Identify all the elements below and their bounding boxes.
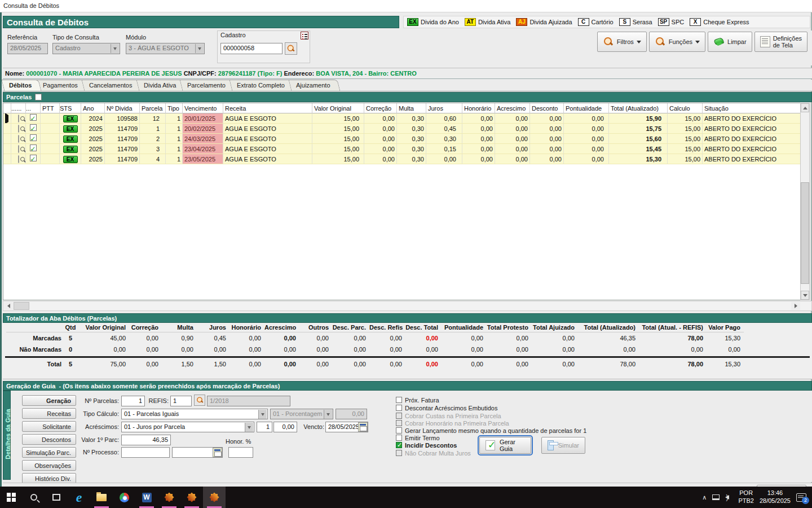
definicoes-tela-button[interactable]: Definiçõesde Tela xyxy=(754,32,807,52)
funcoes-button[interactable]: Funções xyxy=(649,32,705,52)
honor-field[interactable] xyxy=(228,447,253,458)
limpar-button[interactable]: Limpar xyxy=(708,32,752,52)
scrollbar-thumb[interactable] xyxy=(801,182,809,284)
chrome-button[interactable] xyxy=(113,487,135,508)
scrollbar-thumb[interactable] xyxy=(14,302,29,310)
acrescimos-n-field[interactable]: 1 xyxy=(257,422,272,432)
geracao-button[interactable]: Geração xyxy=(22,395,76,406)
start-button[interactable] xyxy=(0,487,23,508)
tipo-consulta-select[interactable]: Cadastro xyxy=(52,43,120,54)
tray-expand-icon[interactable]: ∧ xyxy=(702,494,707,501)
table-row[interactable]: EX 2025 114709 1 1 20/02/2025 AGUA E ESG… xyxy=(3,124,802,134)
scroll-up-icon[interactable] xyxy=(801,103,809,112)
tab-strip: Débitos Pagamentos Cancelamentos Divida … xyxy=(3,80,812,91)
clock[interactable]: 13:4628/05/2025 xyxy=(760,489,791,505)
totalizador-row-nao-marcadas: Não Marcadas 0 0,00 0,00 0,00 0,00 0,00 … xyxy=(3,344,812,355)
table-row[interactable]: EX 2025 114709 4 1 23/05/2025 AGUA E ESG… xyxy=(3,154,802,164)
row-checkbox[interactable] xyxy=(30,124,37,131)
descontos-button[interactable]: Descontos xyxy=(22,434,76,445)
table-row[interactable]: EX 2025 114709 3 1 23/04/2025 AGUA E ESG… xyxy=(3,144,802,154)
table-row[interactable]: EX 2025 114709 2 1 24/03/2025 AGUA E ESG… xyxy=(3,134,802,144)
magnifier-icon[interactable] xyxy=(18,115,19,122)
parcelas-select-all-checkbox[interactable] xyxy=(35,94,42,100)
tab-parcelamento[interactable]: Parcelamento xyxy=(180,80,236,91)
calendar-icon[interactable] xyxy=(358,422,368,432)
gerar-guia-button[interactable]: Gerar Guia xyxy=(479,437,531,454)
simulacao-parc-button[interactable]: Simulação Parc. xyxy=(22,447,76,458)
modulo-select[interactable]: 3 - ÁGUA E ESGOTO xyxy=(126,43,205,54)
list-icon[interactable] xyxy=(301,32,308,40)
detalhes-guia-tab[interactable]: Detalhes da Guia xyxy=(3,391,11,480)
tab-cancelamentos[interactable]: Cancelamentos xyxy=(82,80,142,91)
refis-search-button[interactable] xyxy=(194,395,205,406)
refis-field[interactable]: 1 xyxy=(170,396,192,406)
app-button-1[interactable] xyxy=(158,487,180,508)
acrescimos-select[interactable]: 01 - Juros por Parcela xyxy=(121,422,254,432)
tab-debitos[interactable]: Débitos xyxy=(2,80,42,91)
calendar-icon[interactable] xyxy=(213,448,222,457)
magnifier-icon[interactable] xyxy=(18,155,19,163)
tab-divida-ativa[interactable]: Divida Ativa xyxy=(136,80,186,91)
cadastro-field[interactable]: 000000058 xyxy=(220,43,283,54)
chevron-down-icon xyxy=(324,410,332,419)
observacoes-button[interactable]: Observações xyxy=(22,460,76,471)
valor1-field[interactable]: 46,35 xyxy=(121,435,171,445)
internet-explorer-button[interactable]: e xyxy=(68,487,90,508)
row-checkbox[interactable] xyxy=(30,155,37,161)
tab-extrato-completo[interactable]: Extrato Completo xyxy=(229,80,294,91)
app-button-2[interactable] xyxy=(180,487,203,508)
file-explorer-button[interactable] xyxy=(90,487,113,508)
magnifier-icon[interactable] xyxy=(18,145,19,153)
receitas-button[interactable]: Receitas xyxy=(22,408,76,419)
row-checkbox[interactable] xyxy=(30,114,37,121)
speaker-icon[interactable] xyxy=(725,495,729,500)
taskbar-search-button[interactable] xyxy=(23,487,45,508)
solicitante-button[interactable]: Solicitante xyxy=(22,421,76,432)
tab-pagamentos[interactable]: Pagamentos xyxy=(36,80,88,91)
n-parcelas-field[interactable]: 1 xyxy=(121,396,145,406)
table-row[interactable]: EX 2024 109588 12 1 20/01/2025 AGUA E ES… xyxy=(3,113,802,124)
vencto-label: Vencto: xyxy=(301,423,324,430)
task-view-button[interactable] xyxy=(45,487,68,508)
referencia-field[interactable]: 28/05/2025 xyxy=(7,43,48,54)
checkbox-emitir-termo[interactable]: Emitir Termo xyxy=(396,434,440,441)
app-button-3[interactable] xyxy=(203,487,226,508)
cadastro-search-button[interactable] xyxy=(285,42,297,55)
checkbox-cobrar-custas[interactable]: Cobrar Custas na Primeira Parcela xyxy=(396,412,501,419)
magnifier-icon[interactable] xyxy=(18,125,19,133)
network-icon[interactable] xyxy=(712,494,720,500)
language-indicator[interactable]: PORPTB2 xyxy=(738,489,754,505)
checkbox-prox-fatura[interactable]: Próx. Fatura xyxy=(396,396,439,404)
scroll-right-icon[interactable] xyxy=(791,302,800,310)
horizontal-scrollbar[interactable] xyxy=(3,301,812,311)
chevron-down-icon xyxy=(245,423,253,432)
checkbox-cobrar-honorario[interactable]: Cobrar Honorário na Primeira Parcela xyxy=(396,419,509,427)
taskbar: e W ∧ PORPTB2 13:4628/05/2025 2 xyxy=(0,487,812,508)
acrescimos-value-field[interactable]: 0,00 xyxy=(273,422,297,432)
row-checkbox[interactable] xyxy=(30,144,37,151)
vertical-scrollbar[interactable] xyxy=(800,103,810,300)
page-title: Consulta de Débitos xyxy=(3,16,399,28)
checkbox-gerar-lancamento[interactable]: Gerar Lançamento mesmo quando a quantida… xyxy=(396,427,586,434)
checkbox-descontar-acrescimos[interactable]: Descontar Acréscimos Embutidos xyxy=(396,404,497,411)
notifications-icon[interactable]: 2 xyxy=(796,493,806,502)
row-checkbox[interactable] xyxy=(30,134,37,141)
scroll-left-icon[interactable] xyxy=(4,302,13,310)
scroll-down-icon[interactable] xyxy=(801,291,809,300)
processo-field[interactable] xyxy=(121,447,170,458)
checkbox-incidir-descontos[interactable]: Incidir Descontos xyxy=(396,441,457,449)
totalizador-row-total: Total 5 75,00 0,00 1,50 1,50 0,00 0,00 0… xyxy=(3,358,812,370)
ex-status-badge: EX xyxy=(63,125,78,133)
tab-ajuizamento[interactable]: Ajuizamento xyxy=(288,80,340,91)
cadastro-label: Cadastro xyxy=(220,32,246,38)
tipo-calculo-select[interactable]: 01 - Parcelas Iguais xyxy=(121,409,268,419)
checkbox-nao-cobrar-multa[interactable]: Não Cobrar Multa Juros xyxy=(396,449,471,457)
simular-button[interactable]: Simular xyxy=(541,437,585,454)
x-badge-icon: X xyxy=(690,18,701,26)
legend-spc: SPSPC xyxy=(658,18,685,26)
acrescimos-label: Acréscimos: xyxy=(81,423,119,430)
magnifier-icon[interactable] xyxy=(18,135,19,143)
legend-serasa: SSerasa xyxy=(619,18,652,26)
filtros-button[interactable]: Filtros xyxy=(597,32,647,52)
word-button[interactable]: W xyxy=(135,487,158,508)
